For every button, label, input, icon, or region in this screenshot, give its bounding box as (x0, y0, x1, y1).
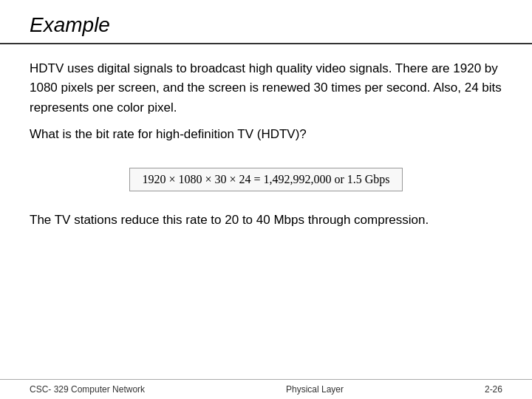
formula-box: 1920 × 1080 × 30 × 24 = 1,492,992,000 or… (129, 168, 402, 191)
paragraph-1: HDTV uses digital signals to broadcast h… (30, 59, 502, 117)
slide-title: Example (30, 13, 502, 37)
footer-chapter: Physical Layer (286, 384, 344, 395)
paragraph-1-text: HDTV uses digital signals to broadcast h… (30, 61, 502, 115)
slide-content: HDTV uses digital signals to broadcast h… (0, 52, 532, 379)
paragraph-3-text: The TV stations reduce this rate to 20 t… (30, 213, 429, 227)
footer-course: CSC- 329 Computer Network (30, 384, 145, 395)
formula-text: 1920 × 1080 × 30 × 24 = 1,492,992,000 or… (142, 173, 389, 185)
slide: Example HDTV uses digital signals to bro… (0, 0, 532, 399)
paragraph-3: The TV stations reduce this rate to 20 t… (30, 211, 502, 230)
paragraph-2-text: What is the bit rate for high-definition… (30, 127, 307, 141)
slide-footer: CSC- 329 Computer Network Physical Layer… (0, 379, 532, 399)
formula-container: 1920 × 1080 × 30 × 24 = 1,492,992,000 or… (30, 157, 502, 202)
paragraph-2: What is the bit rate for high-definition… (30, 125, 502, 144)
slide-header: Example (0, 0, 532, 44)
footer-page: 2-26 (485, 384, 502, 395)
